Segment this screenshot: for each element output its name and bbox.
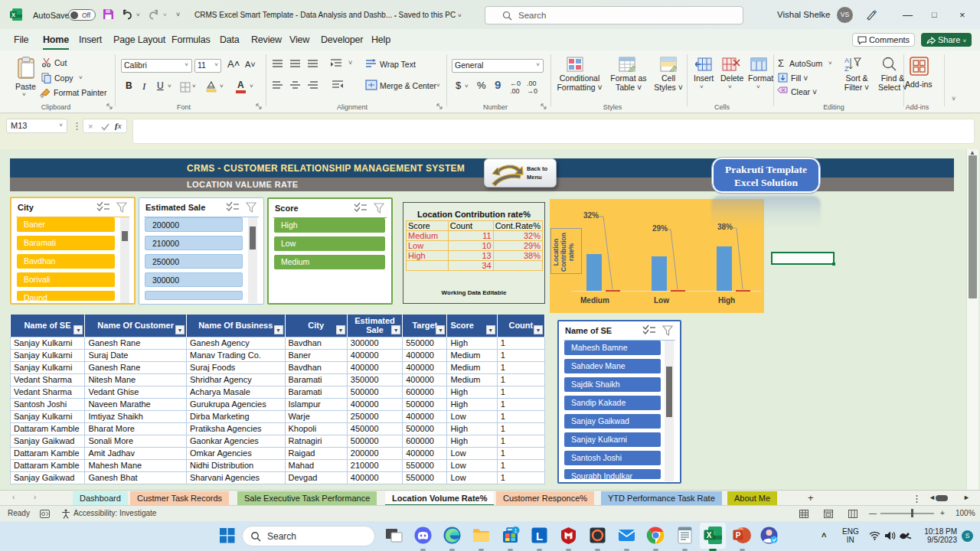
svg-text:X: X <box>707 531 712 540</box>
svg-text:A: A <box>844 57 849 64</box>
svg-text:Z: Z <box>844 65 849 73</box>
svg-text:L: L <box>536 530 543 543</box>
svg-text:1: 1 <box>514 528 518 533</box>
svg-text:P: P <box>736 531 741 540</box>
svg-text:X: X <box>11 11 15 18</box>
